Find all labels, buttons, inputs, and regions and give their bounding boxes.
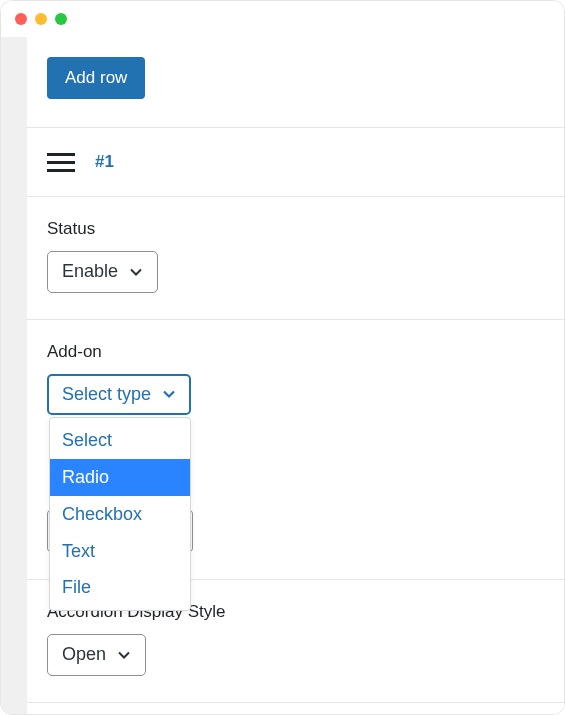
status-label: Status (47, 219, 564, 239)
drag-handle-icon[interactable] (47, 153, 75, 172)
minimize-icon[interactable] (35, 13, 47, 25)
addon-option-text[interactable]: Text (50, 533, 190, 570)
status-select[interactable]: Enable (47, 251, 158, 293)
chevron-down-icon (116, 647, 132, 663)
status-field: Status Enable (47, 197, 564, 319)
row-header: #1 (47, 128, 564, 196)
addon-value: Select type (62, 384, 151, 406)
zoom-icon[interactable] (55, 13, 67, 25)
chevron-down-icon (128, 264, 144, 280)
window-titlebar (1, 1, 564, 37)
form-panel: Add row #1 Status Enable Add-on (27, 37, 564, 715)
section-divider (27, 702, 564, 703)
row-index-label[interactable]: #1 (95, 152, 114, 172)
addon-field: Add-on Select type Select Radio Checkbox… (47, 320, 564, 580)
addon-option-file[interactable]: File (50, 569, 190, 606)
chevron-down-icon (161, 386, 177, 402)
close-icon[interactable] (15, 13, 27, 25)
addon-dropdown-list[interactable]: Select Radio Checkbox Text File (49, 417, 191, 611)
addon-select[interactable]: Select type (47, 374, 191, 416)
addon-option-checkbox[interactable]: Checkbox (50, 496, 190, 533)
app-canvas: Add row #1 Status Enable Add-on (1, 37, 564, 715)
add-row-button[interactable]: Add row (47, 57, 145, 99)
status-value: Enable (62, 261, 118, 283)
accordion-select[interactable]: Open (47, 634, 146, 676)
addon-label: Add-on (47, 342, 564, 362)
accordion-value: Open (62, 644, 106, 666)
addon-option-select[interactable]: Select (50, 422, 190, 459)
addon-option-radio[interactable]: Radio (50, 459, 190, 496)
